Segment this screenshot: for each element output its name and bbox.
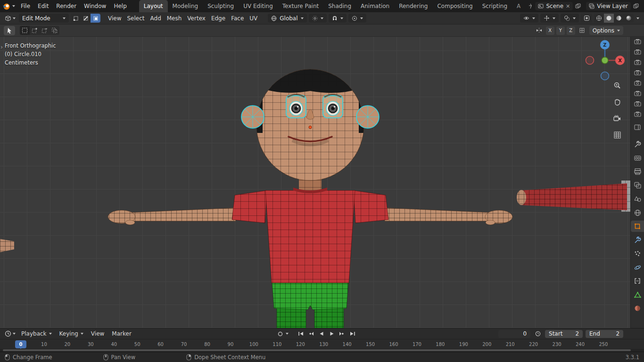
zoom-icon[interactable]: [611, 79, 623, 91]
material-icon[interactable]: [631, 303, 644, 314]
snap-select[interactable]: [329, 14, 347, 23]
options-dropdown[interactable]: Options: [589, 26, 623, 35]
grid-ortho-icon[interactable]: [611, 129, 623, 141]
detached-arm-right[interactable]: [517, 181, 643, 212]
select-box-extend-icon[interactable]: [30, 26, 40, 35]
shading-solid-icon[interactable]: [604, 14, 614, 23]
timeline-ruler[interactable]: 0102030405060708090100110120130140150160…: [0, 339, 644, 349]
tab-compositing[interactable]: Compositing: [432, 0, 477, 12]
tab-texture-paint[interactable]: Texture Paint: [278, 0, 323, 12]
blender-logo-icon[interactable]: [0, 2, 12, 10]
tab-modeling[interactable]: Modeling: [168, 0, 203, 12]
frame-end-field[interactable]: End2: [586, 330, 623, 338]
menu-file[interactable]: File: [17, 0, 34, 12]
frame-start-field[interactable]: Start2: [545, 330, 583, 338]
render-icon[interactable]: [631, 152, 644, 164]
scene-unlink-icon[interactable]: ✕: [566, 4, 570, 9]
menu-edge[interactable]: Edge: [208, 15, 228, 22]
object-icon[interactable]: [631, 221, 644, 232]
keying-set-caret-icon[interactable]: [286, 333, 289, 335]
render-output-icon[interactable]: [633, 58, 642, 66]
render-output-icon[interactable]: [633, 90, 642, 97]
constraints-icon[interactable]: [631, 275, 644, 287]
menu-help[interactable]: Help: [110, 0, 130, 12]
menu-render[interactable]: Render: [52, 0, 80, 12]
toolbar-expand-arrow-icon[interactable]: ›: [0, 43, 3, 50]
view-layer-icon[interactable]: [631, 180, 644, 191]
render-output-icon[interactable]: [633, 79, 642, 87]
app-menu-caret-icon[interactable]: [12, 5, 15, 7]
pin-icon[interactable]: [526, 3, 535, 9]
snap-target-icon[interactable]: [577, 27, 587, 33]
scene-icon[interactable]: [631, 193, 644, 205]
axis-x-toggle[interactable]: X: [546, 26, 554, 35]
vertex-select-icon[interactable]: [71, 14, 81, 23]
object-data-icon[interactable]: [631, 289, 644, 300]
shading-wireframe-icon[interactable]: [594, 14, 604, 23]
output-icon[interactable]: [631, 166, 644, 177]
world-icon[interactable]: [631, 207, 644, 218]
timeline-editor-icon[interactable]: [3, 330, 17, 337]
camera-view-icon[interactable]: [611, 112, 623, 124]
menu-select[interactable]: Select: [124, 15, 147, 22]
prev-keyframe-icon[interactable]: [306, 330, 315, 338]
play-icon[interactable]: [327, 330, 336, 338]
select-box-subtract-icon[interactable]: [40, 26, 50, 35]
viewport-3d[interactable]: X Y Z Options › Front Orthographic (0) C…: [0, 25, 644, 328]
render-output-icon[interactable]: [633, 48, 642, 56]
navigation-gizmo[interactable]: Z X: [584, 39, 626, 82]
menu-uv[interactable]: UV: [247, 15, 260, 22]
proportional-edit-select[interactable]: [348, 14, 366, 23]
face-select-icon[interactable]: [91, 14, 100, 23]
particles-icon[interactable]: [631, 248, 644, 259]
tab-animation[interactable]: Animation: [356, 0, 394, 12]
editor-type-icon[interactable]: [3, 15, 17, 22]
tweak-tool-icon[interactable]: [4, 26, 15, 35]
overlays-toggle[interactable]: [561, 14, 579, 23]
render-output-icon[interactable]: [633, 110, 642, 118]
tab-sculpting[interactable]: Sculpting: [203, 0, 239, 12]
select-box-intersect-icon[interactable]: [50, 26, 59, 35]
axis-z-toggle[interactable]: Z: [567, 26, 575, 35]
modifiers-icon[interactable]: [631, 234, 644, 246]
tab-uv-editing[interactable]: UV Editing: [239, 0, 278, 12]
gizmos-toggle[interactable]: [540, 14, 559, 23]
render-output-icon[interactable]: [633, 69, 642, 76]
menu-keying[interactable]: Keying: [56, 330, 87, 337]
transform-orientation-select[interactable]: Global: [268, 14, 306, 23]
playhead[interactable]: 0: [15, 340, 26, 348]
tab-shading[interactable]: Shading: [323, 0, 356, 12]
select-box-icon[interactable]: [20, 26, 30, 35]
shading-dropdown-caret-icon[interactable]: [636, 17, 639, 19]
play-reverse-icon[interactable]: [317, 330, 326, 338]
render-output-icon[interactable]: [633, 100, 642, 107]
menu-marker[interactable]: Marker: [108, 330, 134, 337]
scene-copy-icon[interactable]: [573, 3, 583, 9]
use-preview-range-icon[interactable]: [533, 330, 542, 338]
menu-view[interactable]: View: [105, 15, 124, 22]
menu-timeline-view[interactable]: View: [88, 330, 107, 337]
view-layer-copy-icon[interactable]: [631, 3, 641, 9]
tab-layout[interactable]: Layout: [139, 0, 168, 12]
shading-rendered-icon[interactable]: [624, 14, 634, 23]
menu-window[interactable]: Window: [80, 0, 110, 12]
tab-rendering[interactable]: Rendering: [394, 0, 432, 12]
character-mesh[interactable]: [108, 66, 512, 328]
menu-add[interactable]: Add: [148, 15, 164, 22]
mirror-icon[interactable]: [535, 27, 544, 33]
menu-mesh[interactable]: Mesh: [164, 15, 185, 22]
properties-editor-icon[interactable]: [633, 123, 642, 131]
show-gizmo-toggle[interactable]: [520, 14, 538, 23]
view-layer-selector[interactable]: View Layer: [586, 2, 631, 10]
menu-edit[interactable]: Edit: [34, 0, 52, 12]
pan-hand-icon[interactable]: [611, 96, 623, 108]
pivot-point-select[interactable]: [309, 14, 327, 23]
edge-select-icon[interactable]: [81, 14, 91, 23]
xray-toggle[interactable]: [581, 14, 592, 23]
shading-material-icon[interactable]: [614, 14, 624, 23]
menu-face[interactable]: Face: [228, 15, 247, 22]
menu-vertex[interactable]: Vertex: [184, 15, 208, 22]
tab-scripting[interactable]: Scripting: [478, 0, 512, 12]
jump-to-end-icon[interactable]: [348, 330, 357, 338]
physics-icon[interactable]: [631, 262, 644, 273]
